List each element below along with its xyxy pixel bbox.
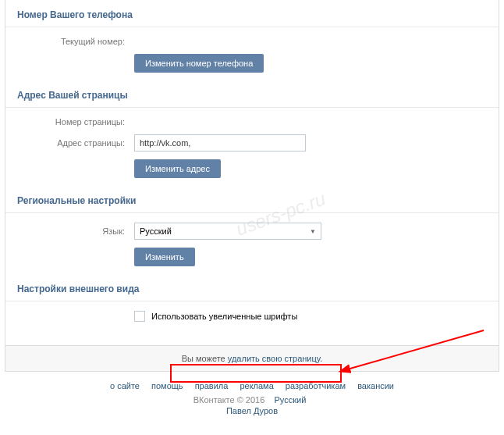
- page-number-label: Номер страницы:: [17, 117, 134, 127]
- chevron-down-icon: ▼: [310, 228, 316, 235]
- current-phone-label: Текущий номер:: [17, 37, 134, 46]
- change-language-button[interactable]: Изменить: [134, 248, 195, 266]
- page-address-title: Адрес Вашей страницы: [5, 80, 499, 108]
- page-address-label: Адрес страницы:: [17, 138, 134, 148]
- footer-author-link[interactable]: Павел Дуров: [226, 406, 278, 415]
- settings-panel: Номер Вашего телефона Текущий номер: Изм…: [5, 0, 499, 346]
- language-select[interactable]: Русский ▼: [134, 223, 321, 240]
- page-address-section: Адрес Вашей страницы Номер страницы: Адр…: [5, 80, 499, 178]
- footer-link-help[interactable]: помощь: [151, 381, 183, 390]
- delete-prefix: Вы можете: [182, 354, 228, 363]
- delete-account-bar: Вы можете удалить свою страницу.: [5, 346, 499, 372]
- footer: о сайте помощь правила реклама разработч…: [0, 372, 504, 422]
- footer-copyright: © 2016: [237, 395, 265, 405]
- footer-link-devs[interactable]: разработчикам: [286, 381, 346, 390]
- language-label: Язык:: [17, 226, 134, 236]
- regional-title: Региональные настройки: [5, 186, 499, 213]
- footer-link-ads[interactable]: реклама: [240, 381, 273, 390]
- regional-section: Региональные настройки Язык: Русский ▼ И…: [5, 186, 499, 266]
- footer-link-rules[interactable]: правила: [195, 381, 229, 390]
- appearance-section: Настройки внешнего вида Использовать уве…: [5, 274, 499, 322]
- delete-account-link[interactable]: удалить свою страницу: [228, 354, 320, 363]
- page-address-input[interactable]: [134, 134, 306, 152]
- delete-suffix: .: [320, 354, 322, 363]
- change-address-button[interactable]: Изменить адрес: [134, 159, 221, 178]
- phone-section-title: Номер Вашего телефона: [5, 0, 499, 27]
- change-phone-button[interactable]: Изменить номер телефона: [134, 54, 264, 73]
- large-fonts-checkbox[interactable]: [134, 311, 145, 322]
- footer-brand: ВКонтакте: [193, 395, 235, 405]
- footer-link-jobs[interactable]: вакансии: [357, 381, 394, 390]
- phone-section: Номер Вашего телефона Текущий номер: Изм…: [5, 0, 499, 73]
- large-fonts-label: Использовать увеличенные шрифты: [151, 312, 297, 321]
- footer-lang-link[interactable]: Русский: [274, 395, 306, 405]
- footer-links: о сайте помощь правила реклама разработч…: [0, 381, 504, 390]
- footer-link-about[interactable]: о сайте: [110, 381, 140, 390]
- appearance-title: Настройки внешнего вида: [5, 274, 499, 301]
- language-value: Русский: [140, 226, 172, 236]
